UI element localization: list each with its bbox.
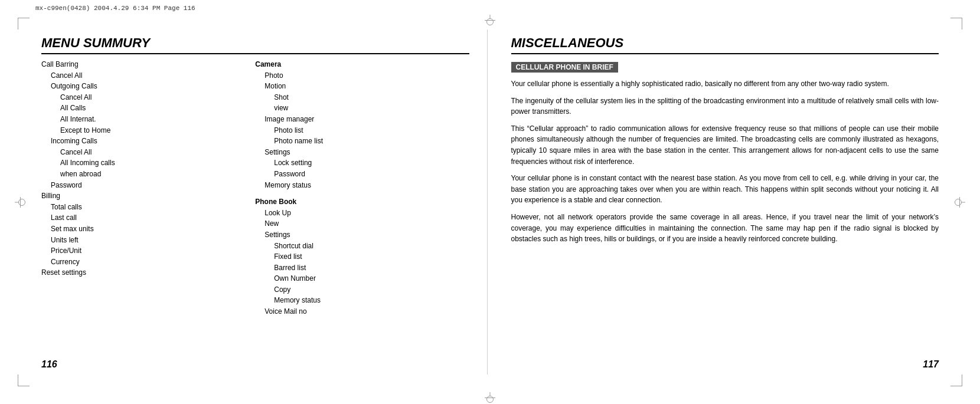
corner-mark-bl <box>18 375 30 386</box>
menu-item: Shortcut dial <box>255 241 469 252</box>
menu-item: Own Number <box>255 273 469 284</box>
menu-item: All Internat. <box>41 114 255 125</box>
menu-item: Image manager <box>255 114 469 125</box>
menu-item: Phone Book <box>255 196 469 208</box>
page-number-left: 116 <box>41 359 57 370</box>
menu-col-right: CameraPhotoMotionShotviewImage managerPh… <box>255 59 469 317</box>
menu-item: Incoming Calls <box>41 136 255 147</box>
page-number-right: 117 <box>923 359 939 370</box>
menu-item: Except to Home <box>41 125 255 136</box>
menu-item: New <box>255 218 469 229</box>
misc-paragraph-2: This “Cellular approach” to radio commun… <box>511 123 939 167</box>
menu-item: Billing <box>41 190 255 202</box>
menu-item: Memory status <box>255 180 469 191</box>
left-page: MENU SUMMURY Call BarringCancel AllOutgo… <box>35 29 488 375</box>
menu-item: Settings <box>255 229 469 241</box>
menu-item: Cancel All <box>41 92 255 103</box>
file-info-header: mx-c99en(0428) 2004.4.29 6:34 PM Page 11… <box>35 5 195 12</box>
menu-item: Memory status <box>255 295 469 306</box>
menu-item: Motion <box>255 81 469 92</box>
main-content: MENU SUMMURY Call BarringCancel AllOutgo… <box>35 29 945 375</box>
menu-item: Cancel All <box>41 70 255 81</box>
menu-item: Currency <box>41 257 255 268</box>
left-section-title: MENU SUMMURY <box>41 35 469 54</box>
corner-mark-tr <box>950 18 962 29</box>
misc-paragraph-4: However, not all network operators provi… <box>511 212 939 245</box>
menu-item: Password <box>255 169 469 180</box>
menu-item: Photo list <box>255 125 469 136</box>
menu-item: Copy <box>255 284 469 295</box>
misc-paragraph-3: Your cellular phone is in constant conta… <box>511 173 939 206</box>
misc-paragraphs: Your cellular phone is essentially a hig… <box>511 78 939 245</box>
menu-columns: Call BarringCancel AllOutgoing CallsCanc… <box>41 59 469 317</box>
menu-item: Look Up <box>255 208 469 219</box>
cellular-header-bar: CELLULAR PHONE IN BRIEF <box>511 62 618 73</box>
right-section-title: MISCELLANEOUS <box>511 35 939 54</box>
menu-col-left: Call BarringCancel AllOutgoing CallsCanc… <box>41 59 255 317</box>
menu-item: Outgoing Calls <box>41 81 255 92</box>
menu-item: All Calls <box>41 103 255 114</box>
corner-mark-br <box>950 375 962 386</box>
menu-item: Barred list <box>255 262 469 274</box>
menu-item: Photo <box>255 70 469 81</box>
misc-paragraph-1: The ingenuity of the cellular system lie… <box>511 96 939 117</box>
menu-item: Camera <box>255 59 469 70</box>
menu-item: All Incoming calls <box>41 157 255 169</box>
menu-item: Voice Mail no <box>255 306 469 317</box>
misc-paragraph-0: Your cellular phone is essentially a hig… <box>511 78 939 90</box>
menu-item: Last call <box>41 212 255 224</box>
menu-item: Set max units <box>41 224 255 235</box>
menu-item: Price/Unit <box>41 245 255 257</box>
menu-item: Lock setting <box>255 157 469 169</box>
menu-item: when abroad <box>41 169 255 180</box>
right-page: MISCELLANEOUS CELLULAR PHONE IN BRIEF Yo… <box>488 29 945 375</box>
menu-item: Settings <box>255 147 469 158</box>
menu-item: Shot <box>255 92 469 103</box>
menu-item: Reset settings <box>41 267 255 278</box>
menu-item: Fixed list <box>255 251 469 262</box>
corner-mark-tl <box>18 18 30 29</box>
menu-item: Password <box>41 180 255 191</box>
menu-item: Photo name list <box>255 136 469 147</box>
menu-item: Call Barring <box>41 59 255 70</box>
menu-item: view <box>255 103 469 114</box>
menu-item: Units left <box>41 235 255 246</box>
menu-item: Total calls <box>41 202 255 213</box>
menu-item: Cancel All <box>41 147 255 158</box>
